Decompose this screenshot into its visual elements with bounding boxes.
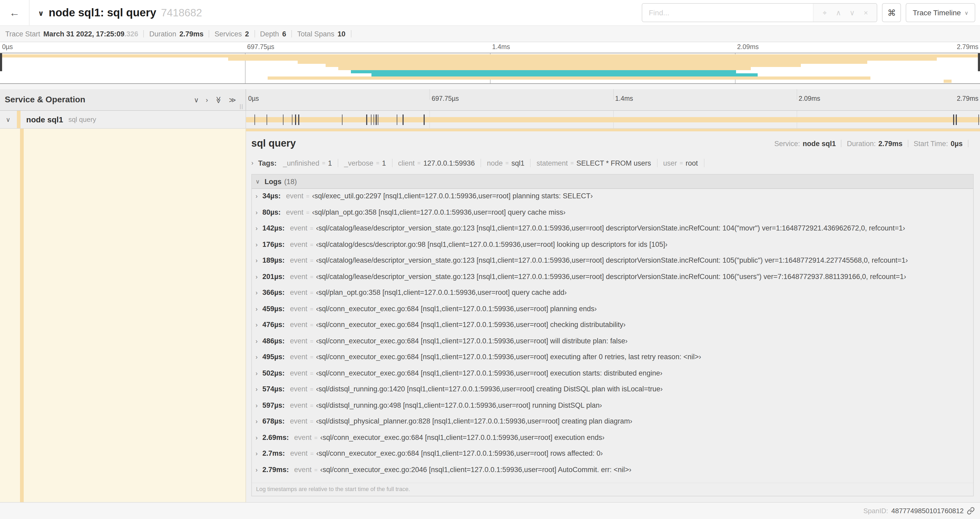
spacer <box>0 84 980 89</box>
log-entry[interactable]: › 80µs: event = ‹sql/plan_opt.go:358 [ns… <box>252 208 973 224</box>
equals-sign: = <box>310 241 313 248</box>
log-entry[interactable]: › 574µs: event = ‹sql/distsql_running.go… <box>252 385 973 401</box>
log-event-marker[interactable] <box>375 115 377 125</box>
log-entry[interactable]: › 176µs: event = ‹sql/catalog/descs/desc… <box>252 240 973 256</box>
link-icon[interactable] <box>967 507 975 515</box>
log-event-marker[interactable] <box>953 115 954 125</box>
divider <box>841 140 842 147</box>
log-timestamp: 366µs: <box>262 289 285 296</box>
chevron-right-icon: › <box>256 209 258 216</box>
log-event-marker[interactable] <box>396 115 397 125</box>
minimap-canvas[interactable] <box>0 53 980 84</box>
column-resize-handle[interactable]: || <box>240 103 243 109</box>
tag-item: user = root <box>663 159 710 167</box>
divider <box>480 159 481 167</box>
log-field-value: ‹sql/catalog/descs/descriptor.go:98 [nsq… <box>316 240 668 248</box>
log-field-value: ‹sql/plan_opt.go:358 [nsql1,client=127.0… <box>316 289 567 296</box>
summary-item: Total Spans 10 <box>297 30 356 38</box>
column-title: Service & Operation <box>0 95 85 104</box>
tag-value: SELECT * FROM users <box>576 159 651 167</box>
find-nav-icon[interactable]: × <box>859 8 873 17</box>
log-event-marker[interactable] <box>299 115 299 125</box>
log-event-marker[interactable] <box>956 115 956 125</box>
minimap-span-bar <box>338 67 751 70</box>
log-entry[interactable]: › 34µs: event = ‹sql/exec_util.go:2297 [… <box>252 192 973 208</box>
log-field-value: ‹sql/conn_executor_exec.go:684 [nsql1,cl… <box>316 353 701 361</box>
log-event-marker[interactable] <box>342 115 343 125</box>
equals-sign: = <box>376 160 379 166</box>
log-entry[interactable]: › 189µs: event = ‹sql/catalog/lease/desc… <box>252 256 973 272</box>
summary-label: Services <box>215 30 242 38</box>
back-button[interactable]: ← <box>0 0 30 25</box>
equals-sign: = <box>314 434 318 441</box>
collapse-one-icon[interactable]: ∨ <box>194 96 199 104</box>
span-row-name-cell[interactable]: ∨ node sql1 sql query <box>0 111 246 128</box>
log-event-marker[interactable] <box>366 115 367 125</box>
log-event-marker[interactable] <box>295 115 296 125</box>
log-entry[interactable]: › 459µs: event = ‹sql/conn_executor_exec… <box>252 305 973 321</box>
log-entry[interactable]: › 486µs: event = ‹sql/conn_executor_exec… <box>252 337 973 353</box>
log-field-name: event <box>290 401 307 409</box>
log-entry[interactable]: › 366µs: event = ‹sql/plan_opt.go:358 [n… <box>252 289 973 305</box>
log-entry[interactable]: › 502µs: event = ‹sql/conn_executor_exec… <box>252 369 973 385</box>
log-entry[interactable]: › 2.69ms: event = ‹sql/conn_executor_exe… <box>252 433 973 449</box>
find-nav-icon[interactable]: ∧ <box>832 8 845 17</box>
log-field-value: ‹sql/conn_executor_exec.go:684 [nsql1,cl… <box>316 337 628 345</box>
log-field-value: ‹sql/conn_executor_exec.go:684 [nsql1,cl… <box>316 305 597 313</box>
log-event-marker[interactable] <box>283 115 284 125</box>
logs-header[interactable]: ∨ Logs (18) <box>252 174 973 189</box>
summary-label: Depth <box>260 30 279 38</box>
tag-value: sql1 <box>511 159 525 167</box>
gridline <box>797 89 797 100</box>
log-event-marker[interactable] <box>373 115 374 125</box>
find-input[interactable] <box>643 4 813 22</box>
log-event-marker[interactable] <box>255 115 255 125</box>
log-timestamp: 34µs: <box>262 192 281 200</box>
log-timestamp: 142µs: <box>262 224 285 232</box>
span-duration-bar[interactable] <box>246 117 980 122</box>
span-row-timeline-cell[interactable] <box>246 111 980 128</box>
trace-id: 7418682 <box>161 7 202 19</box>
log-event-marker[interactable] <box>292 115 293 125</box>
log-entry[interactable]: › 597µs: event = ‹sql/distsql_running.go… <box>252 401 973 417</box>
span-meta-item: Duration: 2.79ms <box>847 139 913 147</box>
log-event-marker[interactable] <box>978 115 979 125</box>
log-event-marker[interactable] <box>424 115 425 125</box>
log-event-marker[interactable] <box>402 115 403 125</box>
summary-item: Services 2 <box>215 30 260 38</box>
view-selector-label: Trace Timeline <box>913 8 961 17</box>
tags-accordion[interactable]: › Tags: _unfinished = 1 <box>251 156 974 170</box>
span-service-name: node sql1 <box>26 115 63 124</box>
log-field-value: ‹sql/exec_util.go:2297 [nsql1,client=127… <box>312 192 593 200</box>
chevron-down-icon[interactable]: ∨ <box>0 116 17 123</box>
timeline-minimap: 0µs697.75µs1.4ms2.09ms2.79ms <box>0 42 980 84</box>
trace-title-group[interactable]: ∨ node sql1: sql query 7418682 <box>30 6 202 19</box>
span-row[interactable]: ∨ node sql1 sql query <box>0 111 980 129</box>
keyboard-shortcuts-button[interactable]: ⌘ <box>882 3 901 22</box>
chevron-right-icon: › <box>256 402 258 409</box>
minimap-drag-handle-left[interactable] <box>0 53 2 71</box>
log-field-value: ‹sql/conn_executor_exec.go:684 [nsql1,cl… <box>316 321 626 329</box>
ruler-tick-label: 697.75µs <box>432 95 459 102</box>
log-entry[interactable]: › 142µs: event = ‹sql/catalog/lease/desc… <box>252 224 973 240</box>
expand-one-icon[interactable]: › <box>206 96 208 104</box>
collapse-all-icon[interactable]: ≫ <box>215 96 222 103</box>
chevron-down-icon[interactable]: ∨ <box>38 9 44 18</box>
divider <box>254 30 255 37</box>
log-entry[interactable]: › 201µs: event = ‹sql/catalog/lease/desc… <box>252 272 973 289</box>
equals-sign: = <box>322 160 325 166</box>
log-entry[interactable]: › 2.79ms: event = ‹sql/conn_executor_exe… <box>252 465 973 482</box>
minimap-drag-handle-right[interactable] <box>978 53 980 71</box>
log-event-marker[interactable] <box>377 115 378 125</box>
find-nav-icon[interactable]: ⌖ <box>818 8 832 17</box>
view-selector-button[interactable]: Trace Timeline ∨ <box>906 3 975 22</box>
log-event-marker[interactable] <box>371 115 371 125</box>
log-entry[interactable]: › 476µs: event = ‹sql/conn_executor_exec… <box>252 321 973 337</box>
log-entry[interactable]: › 2.7ms: event = ‹sql/conn_executor_exec… <box>252 449 973 465</box>
expand-all-icon[interactable]: ≫ <box>229 96 236 104</box>
log-event-marker[interactable] <box>267 115 267 125</box>
find-nav-icon[interactable]: ∨ <box>845 8 859 17</box>
log-field-name: event <box>290 417 307 425</box>
log-entry[interactable]: › 495µs: event = ‹sql/conn_executor_exec… <box>252 353 973 369</box>
log-entry[interactable]: › 678µs: event = ‹sql/distsql_physical_p… <box>252 417 973 433</box>
